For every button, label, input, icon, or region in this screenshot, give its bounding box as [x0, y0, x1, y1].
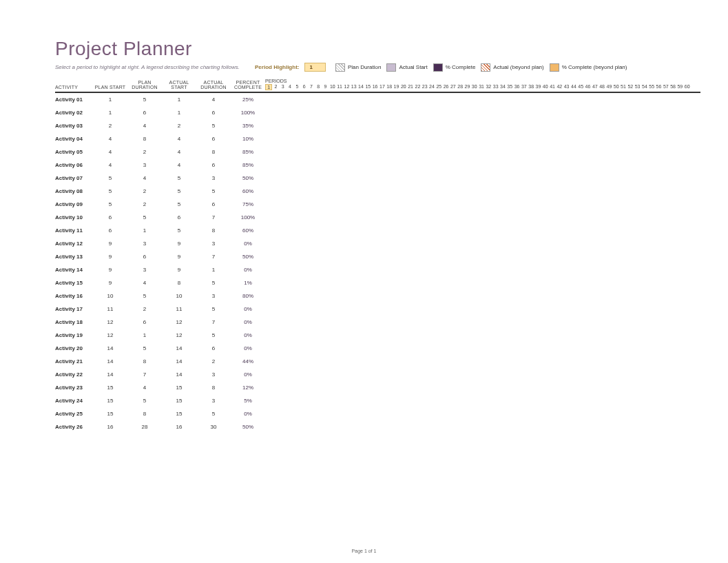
legend-plan-duration: Plan Duration	[335, 63, 381, 72]
table-row: Activity 01151425%	[55, 93, 700, 106]
data-grid: ACTIVITY PLAN START PLAN DURATION ACTUAL…	[55, 79, 700, 433]
cell-plan-duration: 4	[127, 123, 162, 129]
cell-percent-complete: 85%	[231, 149, 265, 155]
period-number: 5	[293, 84, 300, 90]
period-number: 14	[357, 84, 364, 90]
table-row: Activity 04484610%	[55, 132, 700, 145]
table-row: Activity 171121150%	[55, 303, 700, 316]
cell-activity: Activity 06	[55, 162, 93, 168]
cell-plan-start: 11	[93, 306, 127, 312]
period-number: 19	[393, 84, 399, 90]
cell-actual-duration: 6	[196, 201, 231, 207]
cell-plan-duration: 8	[127, 411, 162, 417]
subtitle: Select a period to highlight at right. A…	[55, 64, 240, 70]
period-number: 53	[634, 84, 641, 90]
cell-plan-start: 12	[93, 319, 127, 325]
period-number: 21	[407, 84, 414, 90]
table-row: Activity 13969750%	[55, 250, 700, 263]
cell-actual-duration: 3	[196, 175, 231, 181]
period-number: 11	[336, 84, 343, 90]
cell-plan-start: 15	[93, 385, 127, 391]
period-number: 60	[684, 84, 691, 90]
cell-plan-start: 4	[93, 162, 127, 168]
cell-actual-start: 5	[162, 188, 196, 194]
cell-actual-start: 15	[162, 398, 196, 404]
cell-plan-duration: 4	[127, 280, 162, 286]
cell-activity: Activity 16	[55, 293, 93, 299]
cell-plan-duration: 6	[127, 254, 162, 260]
cell-percent-complete: 10%	[231, 136, 265, 142]
table-row: Activity 241551535%	[55, 394, 700, 407]
cell-activity: Activity 17	[55, 306, 93, 312]
cell-plan-start: 16	[93, 424, 127, 430]
cell-plan-duration: 5	[127, 398, 162, 404]
cell-plan-start: 2	[93, 123, 127, 129]
period-number: 40	[542, 84, 549, 90]
cell-actual-duration: 5	[196, 306, 231, 312]
cell-plan-start: 9	[93, 267, 127, 273]
table-row: Activity 05424885%	[55, 145, 700, 158]
period-number: 46	[584, 84, 591, 90]
cell-percent-complete: 80%	[231, 293, 265, 299]
period-number: 26	[442, 84, 449, 90]
cell-actual-duration: 8	[196, 385, 231, 391]
cell-activity: Activity 18	[55, 319, 93, 325]
legend-label: % Complete (beyond plan)	[562, 64, 627, 70]
swatch-actual-start-icon	[386, 63, 396, 72]
col-actual-start: ACTUAL START	[162, 80, 196, 90]
col-plan-start: PLAN START	[93, 85, 127, 90]
cell-actual-start: 4	[162, 149, 196, 155]
period-number: 57	[663, 84, 669, 90]
legend-label: Actual Start	[399, 64, 427, 70]
cell-plan-start: 4	[93, 149, 127, 155]
cell-percent-complete: 5%	[231, 398, 265, 404]
cell-percent-complete: 50%	[231, 424, 265, 430]
period-number: 49	[605, 84, 612, 90]
period-highlight-input[interactable]: 1	[304, 63, 325, 72]
table-row: Activity 2315415812%	[55, 381, 700, 394]
table-row: Activity 181261270%	[55, 316, 700, 329]
cell-actual-duration: 3	[196, 371, 231, 378]
cell-activity: Activity 22	[55, 371, 93, 378]
cell-actual-start: 14	[162, 345, 196, 351]
period-numbers: 1234567891011121314151617181920212223242…	[265, 84, 691, 90]
cell-actual-duration: 8	[196, 149, 231, 155]
cell-actual-duration: 5	[196, 188, 231, 194]
table-row: Activity 191211250%	[55, 329, 700, 342]
cell-actual-start: 12	[162, 319, 196, 325]
cell-percent-complete: 60%	[231, 227, 265, 234]
period-number: 50	[613, 84, 620, 90]
cell-actual-start: 4	[162, 136, 196, 142]
cell-actual-duration: 6	[196, 345, 231, 351]
cell-plan-start: 14	[93, 358, 127, 365]
periods-label: PERIODS	[265, 79, 691, 83]
page: Project Planner Select a period to highl…	[0, 0, 728, 563]
period-number: 30	[471, 84, 478, 90]
cell-plan-duration: 3	[127, 162, 162, 168]
legend-pct-complete: % Complete	[433, 63, 476, 72]
cell-actual-duration: 5	[196, 280, 231, 286]
cell-actual-duration: 2	[196, 358, 231, 365]
cell-actual-duration: 3	[196, 240, 231, 247]
period-number: 51	[620, 84, 627, 90]
cell-activity: Activity 12	[55, 240, 93, 247]
cell-actual-start: 11	[162, 306, 196, 312]
cell-actual-start: 16	[162, 424, 196, 430]
period-number: 4	[287, 84, 293, 90]
cell-plan-duration: 4	[127, 385, 162, 391]
period-number: 24	[428, 84, 435, 90]
period-number: 59	[676, 84, 683, 90]
cell-actual-duration: 30	[196, 424, 231, 430]
cell-activity: Activity 03	[55, 123, 93, 129]
cell-plan-duration: 4	[127, 175, 162, 181]
swatch-actual-beyond-icon	[481, 63, 490, 72]
table-row: Activity 1293930%	[55, 237, 700, 250]
period-number: 6	[300, 84, 307, 90]
cell-percent-complete: 0%	[231, 345, 265, 351]
cell-actual-start: 14	[162, 358, 196, 365]
period-number: 32	[485, 84, 492, 90]
cell-actual-duration: 7	[196, 254, 231, 260]
cell-plan-start: 1	[93, 96, 127, 103]
period-number: 7	[308, 84, 315, 90]
cell-percent-complete: 50%	[231, 254, 265, 260]
